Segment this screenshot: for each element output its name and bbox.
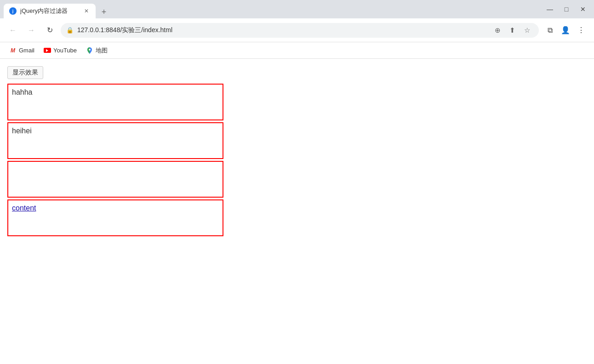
bookmark-maps[interactable]: 地图: [82, 45, 111, 57]
window-controls: — □ ✕: [543, 2, 590, 17]
box1-text: hahha: [12, 88, 33, 96]
tab-title: jQuery内容过滤器: [20, 7, 79, 15]
youtube-icon: [44, 48, 51, 53]
page-content: 显示效果 hahha heihei content: [0, 59, 594, 364]
bookmark-star-button[interactable]: ☆: [520, 24, 533, 37]
youtube-favicon: [44, 47, 51, 54]
svg-point-0: [89, 49, 91, 51]
tab-close-button[interactable]: ✕: [83, 7, 90, 15]
maps-favicon: [86, 47, 93, 54]
active-tab[interactable]: j jQuery内容过滤器 ✕: [4, 4, 96, 18]
address-actions: ⊕ ⬆ ☆: [491, 24, 533, 37]
gmail-favicon: M: [9, 47, 17, 54]
maximize-button[interactable]: □: [559, 2, 574, 17]
content-box-2: heihei: [7, 122, 223, 159]
menu-button[interactable]: ⋮: [574, 23, 588, 38]
bookmark-youtube[interactable]: YouTube: [40, 45, 80, 56]
back-button[interactable]: ←: [6, 23, 20, 38]
bookmark-gmail[interactable]: M Gmail: [6, 45, 38, 56]
minimize-button[interactable]: —: [543, 2, 557, 17]
tab-area: j jQuery内容过滤器 ✕ +: [4, 0, 539, 18]
nav-right-buttons: ⧉ 👤 ⋮: [543, 23, 588, 38]
address-text: 127.0.0.1:8848/实验三/index.html: [77, 26, 487, 34]
split-screen-button[interactable]: ⧉: [543, 23, 557, 38]
content-box-4: content: [7, 199, 223, 236]
address-bar[interactable]: 🔒 127.0.0.1:8848/实验三/index.html ⊕ ⬆ ☆: [61, 23, 539, 38]
lock-icon: 🔒: [66, 27, 74, 34]
bookmark-gmail-label: Gmail: [19, 47, 34, 54]
title-bar: j jQuery内容过滤器 ✕ + — □ ✕: [0, 0, 594, 18]
zoom-button[interactable]: ⊕: [491, 24, 504, 37]
content-link[interactable]: content: [12, 204, 36, 212]
show-effect-button[interactable]: 显示效果: [7, 66, 43, 79]
profile-button[interactable]: 👤: [558, 23, 573, 38]
bookmarks-bar: M Gmail YouTube 地图: [0, 42, 594, 59]
tab-favicon: j: [9, 7, 17, 15]
content-box-1: hahha: [7, 84, 223, 120]
refresh-button[interactable]: ↻: [42, 23, 57, 38]
browser-window: j jQuery内容过滤器 ✕ + — □ ✕ ← →: [0, 0, 594, 364]
close-button[interactable]: ✕: [576, 2, 590, 17]
new-tab-button[interactable]: +: [97, 6, 110, 18]
box2-text: heihei: [12, 127, 32, 135]
nav-bar: ← → ↻ 🔒 127.0.0.1:8848/实验三/index.html ⊕ …: [0, 18, 594, 42]
bookmark-maps-label: 地图: [96, 46, 108, 55]
maps-icon: [86, 47, 93, 54]
bookmark-youtube-label: YouTube: [53, 47, 77, 54]
forward-button[interactable]: →: [24, 23, 39, 38]
share-button[interactable]: ⬆: [506, 24, 519, 37]
content-box-3: [7, 161, 223, 198]
